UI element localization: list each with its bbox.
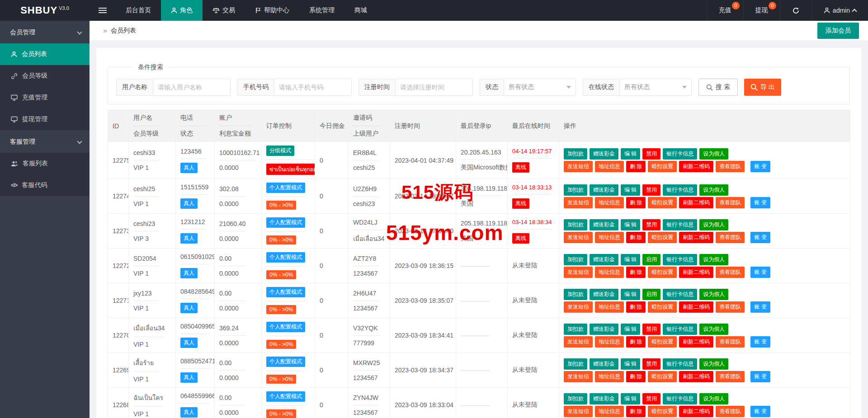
action-button[interactable]: 启用 [642, 289, 660, 300]
action-button[interactable]: 删 除 [626, 232, 646, 243]
action-button[interactable]: 地址信息 [595, 232, 624, 243]
sidebar-item-service-list[interactable]: 客服列表 [0, 153, 90, 174]
sidebar-group-member[interactable]: 会员管理 [0, 21, 90, 43]
sidebar-item-service-code[interactable]: </> 客服代码 [0, 174, 90, 196]
action-button[interactable]: 暗扣设置 [648, 267, 677, 278]
action-button[interactable]: 银行卡信息 [663, 148, 697, 160]
action-button[interactable]: 刷新二维码 [679, 161, 713, 172]
action-button[interactable]: 删 除 [626, 301, 646, 313]
action-button[interactable]: 地址信息 [595, 197, 624, 208]
action-button[interactable]: 账 变 [750, 406, 770, 417]
action-button[interactable]: 暗扣设置 [648, 336, 677, 348]
order-mode-badge[interactable]: 个人配置模式 [266, 357, 305, 367]
order-mode-badge[interactable]: 个人配置模式 [266, 391, 305, 402]
action-button[interactable]: 账 变 [750, 232, 770, 243]
action-button[interactable]: 设为假人 [699, 324, 728, 335]
nav-item-trade[interactable]: 交易 [203, 0, 245, 21]
action-button[interactable]: 禁用 [642, 324, 660, 335]
order-mode-badge[interactable]: 个人配置模式 [266, 322, 305, 332]
action-button[interactable]: 查看团队 [716, 406, 745, 417]
regtime-input[interactable] [400, 84, 468, 91]
action-button[interactable]: 暗扣设置 [648, 406, 677, 417]
action-button[interactable]: 加扣款 [564, 254, 587, 265]
action-button[interactable]: 删 除 [626, 371, 646, 382]
action-button[interactable]: 赠送彩金 [590, 254, 618, 265]
action-button[interactable]: 银行卡信息 [663, 289, 697, 300]
action-button[interactable]: 查看团队 [716, 161, 745, 172]
action-button[interactable]: 发送短信 [564, 232, 593, 243]
action-button[interactable]: 地址信息 [595, 161, 624, 172]
refresh-button[interactable] [780, 0, 811, 21]
action-button[interactable]: 查看团队 [716, 197, 745, 208]
order-rate-badge[interactable]: 0% - >0% [266, 409, 296, 418]
action-button[interactable]: 地址信息 [595, 301, 624, 313]
action-button[interactable]: 禁用 [642, 358, 660, 370]
action-button[interactable]: 删 除 [626, 267, 646, 278]
action-button[interactable]: 删 除 [626, 406, 646, 417]
action-button[interactable]: 设为假人 [699, 289, 728, 300]
action-button[interactable]: 加扣款 [564, 393, 587, 404]
action-button[interactable]: 地址信息 [595, 267, 624, 278]
nav-item-system[interactable]: 系统管理 [299, 0, 344, 21]
action-button[interactable]: 禁用 [642, 184, 660, 196]
action-button[interactable]: 暗扣设置 [648, 197, 677, 208]
action-button[interactable]: 设为假人 [699, 148, 728, 160]
order-rate-badge[interactable]: 0% - >0% [266, 305, 296, 314]
action-button[interactable]: 暗扣设置 [648, 232, 677, 243]
sidebar-item-recharge-mgmt[interactable]: 充值管理 [0, 87, 90, 108]
action-button[interactable]: 银行卡信息 [663, 254, 697, 265]
action-button[interactable]: 发送短信 [564, 267, 593, 278]
action-button[interactable]: 赠送彩金 [590, 324, 618, 335]
action-button[interactable]: 银行卡信息 [663, 184, 697, 196]
order-rate-badge[interactable]: 0% - >0% [266, 375, 296, 384]
action-button[interactable]: 赠送彩金 [590, 289, 618, 300]
action-button[interactable]: 查看团队 [716, 336, 745, 348]
action-button[interactable]: 查看团队 [716, 301, 745, 313]
action-button[interactable]: 赠送彩金 [590, 184, 618, 196]
action-button[interactable]: 地址信息 [595, 336, 624, 348]
nav-item-help[interactable]: 帮助中心 [245, 0, 299, 21]
action-button[interactable]: 刷新二维码 [679, 336, 713, 348]
order-rate-badge[interactable]: ข่าเป็นเปอเซ็นทุกออเดอร์ [266, 164, 315, 175]
action-button[interactable]: 赠送彩金 [590, 358, 618, 370]
action-button[interactable]: 查看团队 [716, 267, 745, 278]
action-button[interactable]: 删 除 [626, 161, 646, 172]
action-button[interactable]: 账 变 [750, 301, 770, 313]
action-button[interactable]: 设为假人 [699, 393, 728, 404]
action-button[interactable]: 删 除 [626, 197, 646, 208]
search-button[interactable]: 搜 索 [698, 79, 738, 96]
order-rate-badge[interactable]: 0% - >0% [266, 201, 296, 210]
action-button[interactable]: 刷新二维码 [679, 197, 713, 208]
action-button[interactable]: 银行卡信息 [663, 324, 697, 335]
action-button[interactable]: 银行卡信息 [663, 219, 697, 230]
action-button[interactable]: 查看团队 [716, 371, 745, 382]
username-input[interactable] [158, 84, 226, 91]
action-button[interactable]: 编 辑 [621, 148, 640, 160]
order-mode-badge[interactable]: 分组模式 [266, 146, 294, 156]
order-rate-badge[interactable]: 0% - >0% [266, 235, 296, 244]
sidebar-item-member-level[interactable]: 会员等级 [0, 65, 90, 87]
add-member-button[interactable]: 添加会员 [817, 23, 859, 39]
action-button[interactable]: 暗扣设置 [648, 301, 677, 313]
sidebar-item-withdraw-mgmt[interactable]: 提现管理 [0, 108, 90, 130]
action-button[interactable]: 编 辑 [621, 289, 640, 300]
sidebar-group-service[interactable]: 客服管理 [0, 130, 90, 153]
status-select[interactable]: 所有状态 [504, 79, 576, 96]
action-button[interactable]: 暗扣设置 [648, 371, 677, 382]
action-button[interactable]: 禁用 [642, 219, 660, 230]
action-button[interactable]: 发送短信 [564, 406, 593, 417]
action-button[interactable]: 启用 [642, 254, 660, 265]
action-button[interactable]: 赠送彩金 [590, 219, 618, 230]
action-button[interactable]: 赠送彩金 [590, 148, 618, 160]
action-button[interactable]: 暗扣设置 [648, 161, 677, 172]
phone-input[interactable] [279, 84, 347, 91]
action-button[interactable]: 查看团队 [716, 232, 745, 243]
action-button[interactable]: 设为假人 [699, 358, 728, 370]
action-button[interactable]: 加扣款 [564, 324, 587, 335]
action-button[interactable]: 刷新二维码 [679, 406, 713, 417]
nav-item-home[interactable]: 后台首页 [116, 0, 161, 21]
action-button[interactable]: 禁用 [642, 148, 660, 160]
action-button[interactable]: 禁用 [642, 393, 660, 404]
action-button[interactable]: 加扣款 [564, 184, 587, 196]
nav-recharge[interactable]: 充值 0 [707, 0, 743, 21]
